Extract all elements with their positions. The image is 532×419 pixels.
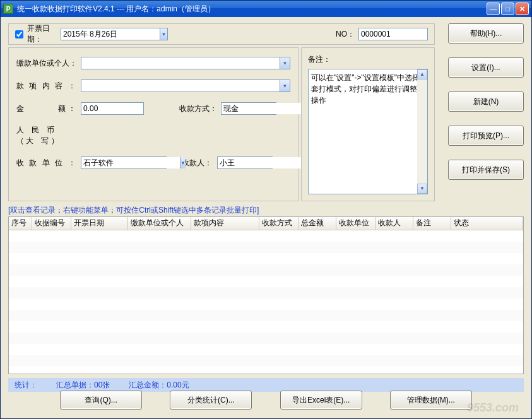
col-paymethod[interactable]: 收款方式 — [259, 217, 298, 230]
date-picker[interactable]: ▼ — [61, 28, 168, 40]
summary-docs: 汇总单据：00张 — [56, 380, 110, 391]
paymethod-combo[interactable]: ▼ — [221, 102, 276, 115]
rmb-label-line2: （ 大 写 ） — [16, 136, 59, 145]
item-label: 款 项 内 容 ： — [16, 81, 76, 91]
col-receipt-no[interactable]: 收据编号 — [32, 217, 71, 230]
col-status[interactable]: 状态 — [451, 217, 523, 230]
app-window: P 统一收款收据打印软件V2.4.1 --- 用户名：admin（管理员） — … — [0, 0, 532, 419]
payer-label: 缴款单位或个人： — [16, 58, 76, 69]
payee-person-label: 收款人： — [182, 158, 212, 168]
col-payee-person[interactable]: 收款人 — [375, 217, 413, 230]
rmb-label-line1: 人 民 币 — [16, 126, 54, 134]
print-save-button[interactable]: 打印并保存(S) — [448, 160, 524, 180]
window-title: 统一收款收据打印软件V2.4.1 --- 用户名：admin（管理员） — [17, 4, 487, 15]
side-button-panel: 帮助(H)... 设置(I)... 新建(N) 打印预览(P)... 打印并保存… — [448, 23, 524, 180]
payee-person-combo[interactable]: ▼ — [217, 156, 273, 169]
form-panel: 缴款单位或个人： ▼ 款 项 内 容 ： ▼ 金 额： 收款方式： — [8, 47, 299, 201]
col-memo[interactable]: 备注 — [413, 217, 451, 230]
manage-data-button[interactable]: 管理数据(M)... — [390, 391, 472, 410]
no-input[interactable] — [358, 28, 428, 40]
col-total[interactable]: 总金额 — [298, 217, 336, 230]
rmb-label: 人 民 币 （ 大 写 ） — [16, 125, 76, 146]
query-button[interactable]: 查询(Q)... — [60, 391, 142, 410]
payee-unit-input[interactable] — [81, 157, 180, 168]
date-input[interactable] — [61, 28, 160, 40]
summary-amount: 汇总金额：0.00元 — [129, 380, 189, 391]
amount-input[interactable] — [81, 102, 144, 115]
date-checkbox[interactable] — [15, 30, 23, 38]
item-combo[interactable]: ▼ — [81, 80, 290, 92]
memo-text: 可以在"设置"->"设置模板"中选择套打模式，对打印偏差进行调整等操作 — [311, 73, 425, 105]
memo-textarea[interactable]: 可以在"设置"->"设置模板"中选择套打模式，对打印偏差进行调整等操作 ▲ ▼ — [308, 69, 428, 194]
item-input[interactable] — [81, 80, 280, 91]
stats-button[interactable]: 分类统计(C)... — [170, 391, 252, 410]
col-item[interactable]: 款项内容 — [191, 217, 259, 230]
payer-input[interactable] — [81, 57, 280, 69]
col-seq[interactable]: 序号 — [9, 217, 32, 230]
minimize-button[interactable]: — — [487, 3, 500, 15]
dropdown-icon[interactable]: ▼ — [280, 57, 290, 69]
hint-text: [双击查看记录；右键功能菜单；可按住Ctrl或Shift键选中多条记录批量打印] — [8, 205, 259, 216]
export-excel-button[interactable]: 导出Excel表(E)... — [280, 391, 362, 410]
scrollbar[interactable]: ▲ ▼ — [417, 69, 427, 194]
paymethod-label: 收款方式： — [179, 103, 216, 114]
summary-label: 统计： — [15, 380, 37, 391]
col-payer[interactable]: 缴款单位或个人 — [127, 217, 191, 230]
app-icon: P — [3, 4, 13, 14]
dropdown-icon[interactable]: ▼ — [180, 157, 186, 168]
close-button[interactable]: ✕ — [516, 3, 529, 15]
col-date[interactable]: 开票日期 — [71, 217, 127, 230]
summary-bar: 统计： 汇总单据：00张 汇总金额：0.00元 — [8, 378, 524, 392]
new-button[interactable]: 新建(N) — [448, 91, 524, 112]
content-area: 开票日期： ▼ NO： 缴款单位或个人： ▼ 款 项 内 容 ： ▼ — [1, 17, 531, 418]
memo-label: 备注： — [308, 54, 428, 65]
payer-combo[interactable]: ▼ — [81, 57, 290, 69]
table-header-row: 序号 收据编号 开票日期 缴款单位或个人 款项内容 收款方式 总金额 收款单位 … — [9, 217, 523, 230]
settings-button[interactable]: 设置(I)... — [448, 57, 524, 78]
date-label: 开票日期： — [27, 23, 57, 45]
maximize-button[interactable]: □ — [501, 3, 514, 15]
scroll-down-icon[interactable]: ▼ — [417, 184, 427, 194]
payee-unit-label: 收 款 单 位 ： — [16, 158, 76, 168]
memo-panel: 备注： 可以在"设置"->"设置模板"中选择套打模式，对打印偏差进行调整等操作 … — [301, 47, 435, 201]
top-bar: 开票日期： ▼ NO： — [8, 23, 435, 45]
scroll-up-icon[interactable]: ▲ — [417, 69, 427, 80]
amount-label: 金 额： — [16, 103, 76, 114]
titlebar: P 统一收款收据打印软件V2.4.1 --- 用户名：admin（管理员） — … — [1, 1, 531, 17]
col-payee-unit[interactable]: 收款单位 — [336, 217, 375, 230]
bottom-button-bar: 查询(Q)... 分类统计(C)... 导出Excel表(E)... 管理数据(… — [8, 391, 524, 410]
records-table[interactable]: 序号 收据编号 开票日期 缴款单位或个人 款项内容 收款方式 总金额 收款单位 … — [8, 216, 524, 374]
help-button[interactable]: 帮助(H)... — [448, 23, 524, 44]
no-label: NO： — [336, 29, 355, 40]
payee-unit-combo[interactable]: ▼ — [81, 156, 167, 169]
print-preview-button[interactable]: 打印预览(P)... — [448, 126, 524, 146]
dropdown-icon[interactable]: ▼ — [280, 80, 290, 91]
dropdown-icon[interactable]: ▼ — [160, 28, 167, 40]
table-body[interactable] — [9, 230, 523, 375]
